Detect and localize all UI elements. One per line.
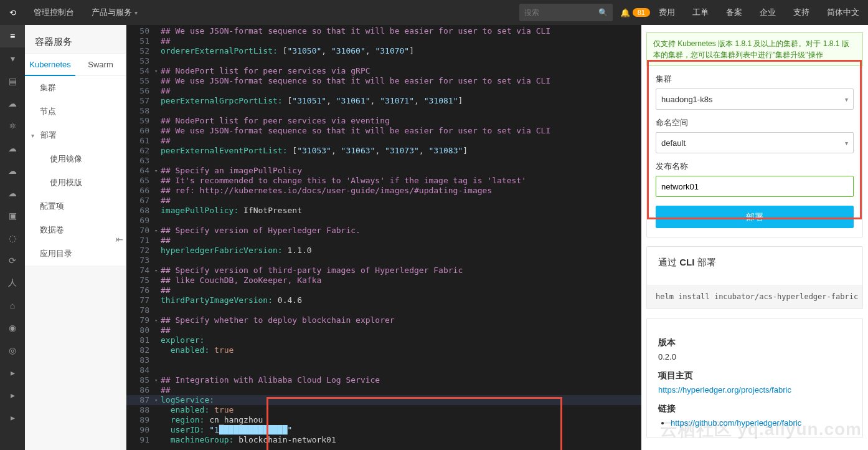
- label-cluster: 集群: [656, 74, 854, 85]
- homepage-link[interactable]: https://hyperledger.org/projects/fabric: [658, 385, 791, 395]
- nav-node[interactable]: 节点: [25, 100, 126, 123]
- nav-catalog[interactable]: 应用目录: [25, 242, 126, 266]
- nav-ticket[interactable]: 工单: [684, 0, 717, 25]
- nav-support[interactable]: 支持: [785, 0, 818, 25]
- upgrade-note: 仅支持 Kubernetes 版本 1.8.1 及以上的集群。对于 1.8.1 …: [646, 32, 863, 66]
- sidebar-tabs: Kubernetes Swarm: [25, 53, 126, 76]
- left-rail: ≡ ▾ ▤ ☁ ⚛ ☁ ☁ ☁ ▣ ◌ ⟳ 人 ⌂ ◉ ◎ ▸ ▸ ▸: [0, 25, 25, 450]
- main: 50 ## We use JSON-format sequence so tha…: [126, 25, 868, 450]
- cli-command[interactable]: helm install incubator/acs-hyperledger-f…: [647, 285, 862, 309]
- rail-dropdown-icon[interactable]: ▾: [0, 47, 25, 70]
- rail-menu-icon[interactable]: ≡: [0, 25, 25, 47]
- sidebar-nav: 集群 节点 部署 使用镜像 使用模版 配置项 数据卷 应用目录: [25, 76, 126, 266]
- rail-expand1-icon[interactable]: ▸: [0, 361, 25, 384]
- rail-cloud-icon[interactable]: ☁: [0, 92, 25, 115]
- notifications[interactable]: 🔔 81: [620, 8, 650, 17]
- sidebar-title: 容器服务: [25, 25, 126, 53]
- sidebar: 容器服务 Kubernetes Swarm 集群 节点 部署 使用镜像 使用模版…: [25, 25, 126, 450]
- code-editor[interactable]: 50 ## We use JSON-format sequence so tha…: [126, 25, 641, 450]
- links-label: 链接: [658, 403, 851, 414]
- deploy-button[interactable]: 部署: [656, 206, 854, 228]
- version-label: 版本: [658, 337, 851, 348]
- nav-billing[interactable]: 费用: [650, 0, 684, 25]
- right-panel: 仅支持 Kubernetes 版本 1.8.1 及以上的集群。对于 1.8.1 …: [641, 25, 868, 450]
- rail-stack-icon[interactable]: ▣: [0, 204, 25, 227]
- sidebar-collapse-icon[interactable]: ⇤: [116, 234, 123, 244]
- select-namespace[interactable]: default: [656, 132, 854, 153]
- rail-cloud4-icon[interactable]: ☁: [0, 182, 25, 204]
- rail-display-icon[interactable]: ⌂: [0, 294, 25, 317]
- nav-use-template[interactable]: 使用模版: [25, 171, 126, 194]
- tab-swarm[interactable]: Swarm: [75, 54, 126, 75]
- search-box[interactable]: 🔍: [519, 4, 613, 21]
- nav-icp[interactable]: 备案: [717, 0, 751, 25]
- rail-sync-icon[interactable]: ⟳: [0, 249, 25, 272]
- rail-network-icon[interactable]: ⚛: [0, 115, 25, 137]
- github-link[interactable]: https://github.com/hyperledger/fabric: [671, 418, 801, 428]
- search-icon: 🔍: [598, 8, 608, 17]
- rail-expand3-icon[interactable]: ▸: [0, 406, 25, 429]
- nav-enterprise[interactable]: 企业: [751, 0, 785, 25]
- deploy-form-card: 仅支持 Kubernetes 版本 1.8.1 及以上的集群。对于 1.8.1 …: [646, 32, 863, 237]
- topbar: ⟲ 管理控制台 产品与服务 🔍 🔔 81 费用 工单 备案 企业 支持 简体中文: [0, 0, 868, 25]
- nav-cluster[interactable]: 集群: [25, 76, 126, 100]
- nav-volume[interactable]: 数据卷: [25, 218, 126, 242]
- rail-cloud3-icon[interactable]: ☁: [0, 160, 25, 182]
- version-value: 0.2.0: [658, 352, 851, 361]
- nav-console[interactable]: 管理控制台: [25, 0, 83, 25]
- rail-node-icon[interactable]: ◉: [0, 317, 25, 339]
- notification-badge: 81: [633, 8, 650, 17]
- rail-globe-icon[interactable]: ◎: [0, 339, 25, 361]
- cli-card: 通过 CLI 部署 helm install incubator/acs-hyp…: [646, 246, 863, 309]
- rail-dashed-icon[interactable]: ◌: [0, 227, 25, 249]
- logo-icon[interactable]: ⟲: [0, 0, 25, 25]
- input-release-name[interactable]: [656, 176, 854, 197]
- nav-use-image[interactable]: 使用镜像: [25, 147, 126, 171]
- label-release: 发布名称: [656, 161, 854, 172]
- nav-products[interactable]: 产品与服务: [83, 0, 146, 25]
- rail-person-icon[interactable]: 人: [0, 272, 25, 294]
- cli-title: 通过 CLI 部署: [658, 257, 851, 269]
- rail-cloud2-icon[interactable]: ☁: [0, 137, 25, 160]
- info-card: 版本 0.2.0 项目主页 https://hyperledger.org/pr…: [646, 318, 863, 438]
- bell-icon: 🔔: [620, 8, 630, 17]
- nav-deploy[interactable]: 部署: [25, 123, 126, 147]
- rail-expand2-icon[interactable]: ▸: [0, 384, 25, 406]
- homepage-label: 项目主页: [658, 370, 851, 381]
- select-cluster[interactable]: huadong1-k8s: [656, 89, 854, 110]
- rail-server-icon[interactable]: ▤: [0, 70, 25, 92]
- label-namespace: 命名空间: [656, 117, 854, 128]
- nav-config[interactable]: 配置项: [25, 194, 126, 218]
- nav-lang[interactable]: 简体中文: [818, 0, 868, 25]
- search-input[interactable]: [524, 8, 595, 17]
- tab-kubernetes[interactable]: Kubernetes: [25, 54, 75, 75]
